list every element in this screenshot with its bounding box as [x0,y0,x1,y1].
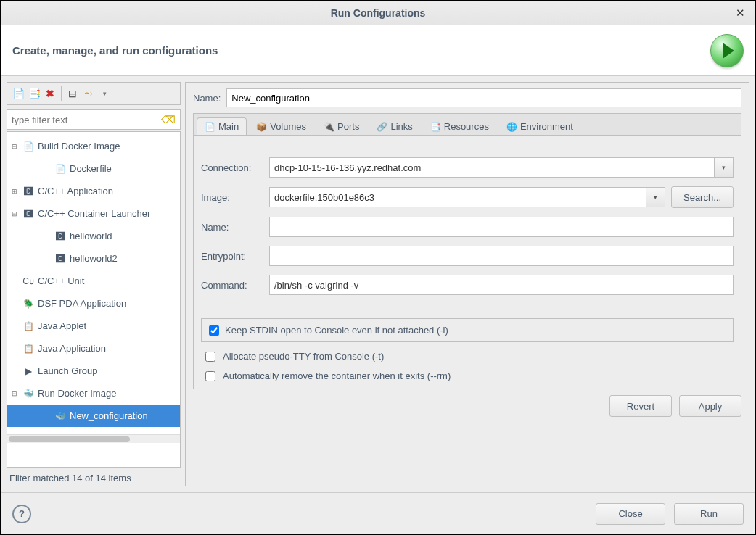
container-name-label: Name: [201,222,263,233]
autoremove-checkbox-row[interactable]: Automatically remove the container when … [201,370,734,381]
duplicate-config-icon[interactable]: 📑 [28,87,41,100]
collapse-all-icon[interactable]: ⊟ [66,87,79,100]
tab-environment[interactable]: 🌐Environment [498,117,581,135]
config-tree: ⊟📄Build Docker Image📄Dockerfile⊞🅲C/C++ A… [7,132,180,434]
expander-icon[interactable]: ⊟ [12,143,22,150]
tree-item[interactable]: 📄Dockerfile [7,157,180,180]
horizontal-scrollbar[interactable] [7,434,180,443]
tree-item-label: Java Application [38,343,106,354]
entrypoint-input[interactable] [269,246,734,266]
search-image-button[interactable]: Search... [671,186,734,208]
connection-label: Connection: [201,162,263,173]
tree-item[interactable]: ⊟📄Build Docker Image [7,135,180,157]
tree-item-label: Launch Group [38,365,97,376]
tab-icon: 🔗 [377,122,387,132]
revert-button[interactable]: Revert [609,395,672,417]
image-input[interactable] [269,187,646,207]
node-icon: 📄 [54,164,67,174]
tree-item[interactable]: ⊞🅲C/C++ Application [7,180,180,202]
tty-checkbox[interactable] [205,352,215,362]
tree-item-selected[interactable]: 🐳New_configuration [7,405,180,427]
config-tree-scroll[interactable]: ⊟📄Build Docker Image📄Dockerfile⊞🅲C/C++ A… [7,131,181,468]
tab-icon: 🔌 [324,122,334,132]
node-icon: 📋 [22,344,35,354]
delete-config-icon[interactable]: ✖ [44,87,57,100]
container-name-input[interactable] [269,217,734,237]
node-icon: Cᴜ [22,276,35,286]
tree-item[interactable]: ▶Launch Group [7,360,180,382]
apply-button[interactable]: Apply [679,395,741,417]
tree-item-label: New_configuration [70,410,148,421]
tab-ports[interactable]: 🔌Ports [316,117,367,135]
clear-filter-icon[interactable]: ⌫ [161,114,176,125]
sidebar: 📄 📑 ✖ ⊟ ⤳ ▾ ⌫ ⊟📄Build Docker Image📄Docke… [7,82,181,486]
sidebar-toolbar: 📄 📑 ✖ ⊟ ⤳ ▾ [7,82,181,105]
dropdown-arrow-icon[interactable]: ▾ [98,87,111,100]
tab-container: 📄Main📦Volumes🔌Ports🔗Links📑Resources🌐Envi… [193,113,741,389]
config-name-input[interactable] [226,88,741,107]
tree-item[interactable]: ⊟🅲C/C++ Container Launcher [7,202,180,225]
tree-item-label: C/C++ Application [38,186,113,196]
node-icon: 🅲 [22,186,35,196]
command-input[interactable] [269,275,734,295]
tree-item[interactable]: ⊟🐳Run Docker Image [7,382,180,405]
help-icon[interactable]: ? [12,505,31,523]
chevron-down-icon[interactable]: ▾ [646,187,665,207]
stdin-checkbox-row[interactable]: Keep STDIN open to Console even if not a… [201,318,734,342]
node-icon: 📄 [22,141,35,152]
new-config-icon[interactable]: 📄 [12,87,25,100]
autoremove-label: Automatically remove the container when … [223,370,451,381]
filter-icon[interactable]: ⤳ [82,87,95,100]
autoremove-checkbox[interactable] [205,371,215,381]
image-combo[interactable]: ▾ [269,187,665,207]
footer: ? Close Run [1,492,755,534]
run-button[interactable]: Run [674,503,744,525]
connection-combo[interactable]: ▾ [269,157,734,178]
connection-input[interactable] [269,157,715,178]
expander-icon[interactable]: ⊞ [12,188,22,195]
expander-icon[interactable]: ⊟ [12,390,22,397]
tab-links[interactable]: 🔗Links [369,117,420,135]
tab-volumes[interactable]: 📦Volumes [248,117,314,135]
node-icon: 🐳 [54,411,67,421]
close-button[interactable]: Close [596,503,665,525]
window-title: Run Configurations [331,7,426,19]
close-icon[interactable]: ✕ [736,7,745,20]
name-label: Name: [193,93,221,104]
tty-checkbox-row[interactable]: Allocate pseudo-TTY from Console (-t) [201,351,734,362]
header: Create, manage, and run configurations [1,25,755,76]
tree-item-label: Run Docker Image [38,388,116,399]
filter-input[interactable] [12,115,161,125]
tree-item[interactable]: 🅲helloworld [7,225,180,247]
dialog-body: 📄 📑 ✖ ⊟ ⤳ ▾ ⌫ ⊟📄Build Docker Image📄Docke… [1,76,755,492]
header-subtitle: Create, manage, and run configurations [12,44,218,57]
toolbar-divider [61,86,62,101]
tree-item-label: DSF PDA Application [38,298,126,309]
command-label: Command: [201,280,263,291]
chevron-down-icon[interactable]: ▾ [715,157,734,178]
tree-item-label: helloworld [70,231,112,241]
play-icon [710,34,744,67]
tree-item[interactable]: 📋Java Applet [7,315,180,337]
tab-resources[interactable]: 📑Resources [422,117,497,135]
expander-icon[interactable]: ⊟ [12,210,22,217]
node-icon: ▶ [22,366,35,376]
tree-item[interactable]: 🅲helloworld2 [7,247,180,270]
node-icon: 📋 [22,321,35,331]
tab-label: Volumes [270,121,306,132]
filter-input-wrap: ⌫ [7,109,181,130]
container-name-row: Name: [201,217,734,237]
tab-label: Environment [520,121,573,132]
tree-item[interactable]: 📋Java Application [7,337,180,360]
node-icon: 🪲 [22,299,35,309]
tree-item[interactable]: 🪲DSF PDA Application [7,292,180,315]
tab-icon: 📄 [205,122,215,132]
entrypoint-label: Entrypoint: [201,251,263,262]
stdin-checkbox[interactable] [209,325,219,336]
run-configurations-dialog: Run Configurations ✕ Create, manage, and… [0,0,756,535]
tree-item-label: Java Applet [38,320,86,331]
tab-main[interactable]: 📄Main [197,117,247,135]
tab-icon: 📑 [430,122,441,132]
tree-item[interactable]: CᴜC/C++ Unit [7,270,180,292]
tab-icon: 🌐 [506,122,517,132]
